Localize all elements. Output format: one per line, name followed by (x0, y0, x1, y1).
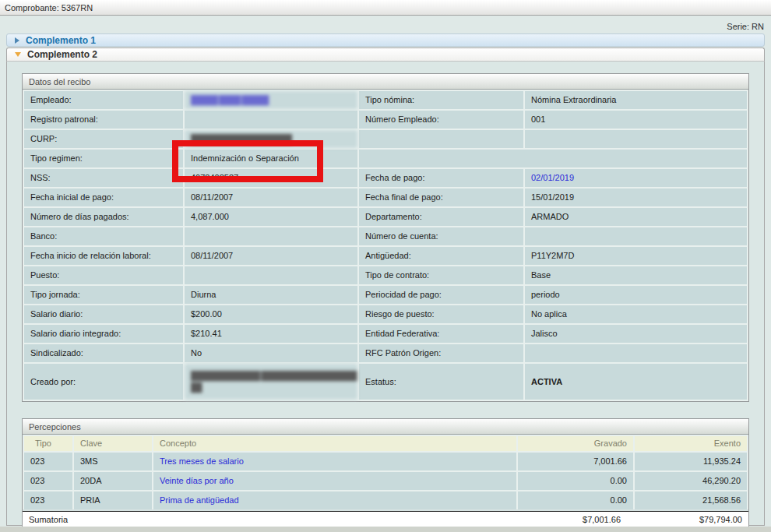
field-value-estatus: ACTIVA (525, 364, 747, 400)
percepciones-table: Tipo Clave Concepto Gravado Exento 023 3… (23, 435, 748, 509)
field-value-numero-cuenta (525, 227, 747, 245)
field-label-fecha-inicial: Fecha inicial de pago: (24, 188, 183, 206)
field-label-registro-patronal: Registro patronal: (24, 111, 183, 129)
field-merged-empty (359, 150, 747, 167)
field-label-empty (359, 130, 523, 148)
field-label-fecha-relacion: Fecha inicio de relación laboral: (24, 247, 183, 265)
field-value-puesto (185, 266, 357, 284)
accordion-label: Complemento 1 (26, 35, 96, 46)
field-label-nss: NSS: (24, 169, 183, 187)
row-concepto-link[interactable]: Veinte días por año (153, 472, 516, 490)
column-header-tipo: Tipo (24, 436, 72, 451)
row-tipo: 023 (24, 491, 72, 509)
field-value-departamento: ARMADO (525, 208, 747, 226)
field-label-puesto: Puesto: (24, 266, 183, 284)
datos-del-recibo-panel: Datos del recibo Empleado: █████ ████ ██… (22, 73, 749, 402)
panel-title: Percepciones (23, 419, 748, 435)
field-label-rfc-patron: RFC Patrón Origen: (359, 344, 523, 362)
row-exento: 21,568.56 (635, 491, 747, 509)
field-label-tipo-nomina: Tipo nómina: (359, 91, 523, 109)
field-value-empty (525, 130, 747, 148)
window-bottom-edge (0, 527, 771, 532)
field-label-numero-empleado: Número Empleado: (359, 111, 523, 129)
field-value-sindicalizado: No (185, 344, 357, 362)
percepciones-panel: Percepciones Tipo Clave Concepto Gravado… (22, 418, 749, 528)
row-exento: 46,290.20 (635, 472, 747, 490)
field-label-periocidad: Periocidad de pago: (359, 286, 523, 304)
column-header-exento: Exento (635, 436, 747, 451)
field-label-dias-pagados: Número de días pagados: (24, 208, 183, 226)
field-value-tipo-regimen: Indemnización o Separación (185, 150, 357, 167)
datos-grid: Empleado: █████ ████ █████ Tipo nómina: … (23, 90, 748, 401)
row-clave: PRIA (74, 491, 152, 509)
field-label-curp: CURP: (24, 130, 183, 148)
field-label-antiguedad: Antigüedad: (359, 247, 523, 265)
chevron-right-icon (15, 37, 19, 44)
sumatoria-row: Sumatoria $7,001.66 $79,794.00 (23, 511, 748, 527)
column-header-clave: Clave (74, 436, 152, 451)
field-value-salario-diario: $200.00 (185, 305, 357, 323)
accordion-header-complemento-1[interactable]: Complemento 1 (6, 33, 765, 47)
field-value-banco (185, 227, 357, 245)
field-value-fecha-final: 15/01/2019 (525, 188, 747, 206)
field-value-fecha-pago-link[interactable]: 02/01/2019 (525, 169, 747, 187)
redacted-line-1: █████████████ ██████████████████ (191, 370, 351, 382)
row-concepto-link[interactable]: Tres meses de salario (153, 453, 516, 470)
field-label-numero-cuenta: Número de cuenta: (359, 227, 523, 245)
field-label-riesgo-puesto: Riesgo de puesto: (359, 305, 523, 323)
field-value-creado-por-redacted: █████████████ ██████████████████ ██ (185, 364, 357, 400)
panel-title: Datos del recibo (23, 74, 748, 90)
window-title: Comprobante: 5367RN (0, 0, 771, 16)
field-label-tipo-regimen: Tipo regimen: (24, 150, 183, 167)
sumatoria-exento-total: $79,794.00 (627, 512, 748, 527)
field-value-empleado-redacted: █████ ████ █████ (185, 91, 357, 109)
field-value-rfc-patron (525, 344, 747, 362)
field-label-banco: Banco: (24, 227, 183, 245)
row-tipo: 023 (24, 472, 72, 490)
field-label-empleado: Empleado: (24, 91, 183, 109)
field-label-fecha-pago: Fecha de pago: (359, 169, 523, 187)
field-value-entidad: Jalisco (525, 325, 747, 343)
field-value-tipo-jornada: Diurna (185, 286, 357, 304)
field-label-tipo-jornada: Tipo jornada: (24, 286, 183, 304)
field-label-creado-por: Creado por: (24, 364, 183, 400)
field-label-departamento: Departamento: (359, 208, 523, 226)
complemento-2-panel: Datos del recibo Empleado: █████ ████ ██… (6, 61, 765, 526)
accordion-header-complemento-2[interactable]: Complemento 2 (6, 48, 765, 61)
field-label-salario-integrado: Salario diario integrado: (24, 325, 183, 343)
field-value-riesgo-puesto: No aplica (525, 305, 747, 323)
accordion-label: Complemento 2 (27, 49, 97, 60)
field-label-entidad: Entidad Federativa: (359, 325, 523, 343)
field-value-fecha-relacion: 08/11/2007 (185, 247, 357, 265)
row-gravado: 0.00 (518, 472, 633, 490)
column-header-gravado: Gravado (518, 436, 633, 451)
row-exento: 11,935.24 (635, 453, 747, 470)
sumatoria-label: Sumatoria (23, 512, 512, 527)
field-value-periocidad: periodo (525, 286, 747, 304)
field-label-sindicalizado: Sindicalizado: (24, 344, 183, 362)
field-label-tipo-contrato: Tipo de contrato: (359, 266, 523, 284)
sumatoria-gravado-total: $7,001.66 (512, 512, 627, 527)
field-label-estatus: Estatus: (359, 364, 523, 400)
field-value-registro-patronal (185, 111, 357, 129)
field-label-fecha-final: Fecha final de pago: (359, 188, 523, 206)
chevron-down-icon (15, 52, 21, 57)
field-value-curp-redacted: ███████████████████ (185, 130, 357, 148)
serie-label: Serie: RN (0, 16, 771, 33)
row-clave: 20DA (74, 472, 152, 490)
field-value-dias-pagados: 4,087.000 (185, 208, 357, 226)
row-gravado: 0.00 (518, 491, 633, 509)
column-header-concepto: Concepto (153, 436, 516, 451)
field-value-nss: 4078408587 (185, 169, 357, 187)
row-concepto-link[interactable]: Prima de antigüedad (153, 491, 516, 509)
field-value-numero-empleado: 001 (525, 111, 747, 129)
field-value-antiguedad: P11Y2M7D (525, 247, 747, 265)
field-value-tipo-nomina: Nómina Extraordinaria (525, 91, 747, 109)
row-clave: 3MS (74, 453, 152, 470)
row-gravado: 7,001.66 (518, 453, 633, 470)
row-tipo: 023 (24, 453, 72, 470)
field-label-salario-diario: Salario diario: (24, 305, 183, 323)
field-value-fecha-inicial: 08/11/2007 (185, 188, 357, 206)
redacted-line-2: ██ (191, 382, 351, 393)
field-value-salario-integrado: $210.41 (185, 325, 357, 343)
